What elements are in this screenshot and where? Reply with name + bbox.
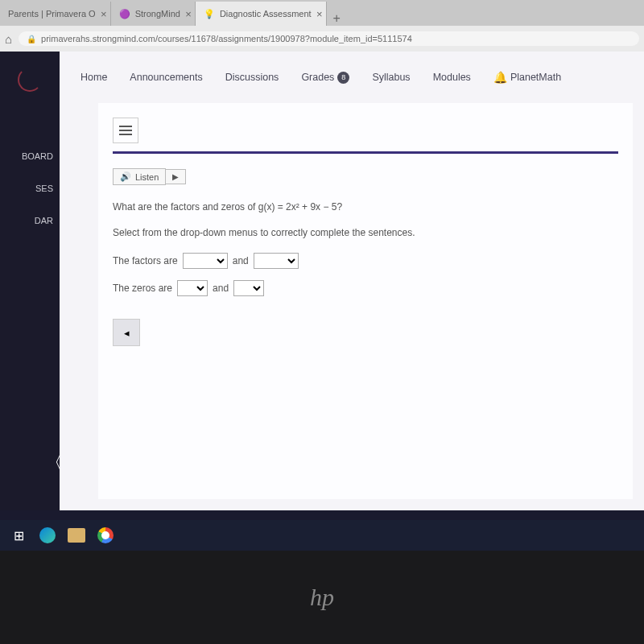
play-button[interactable]: ▶ [166,169,186,184]
browser-tabs-bar: Parents | Primavera O × 🟣 StrongMind × 💡… [0,0,644,26]
favicon-icon: 🟣 [119,8,130,19]
chevron-left-icon: ◂ [124,327,130,339]
zeros-dropdown-2[interactable] [233,280,264,296]
factors-dropdown-2[interactable] [254,253,299,269]
taskbar-search-icon[interactable]: ⊞ [8,525,29,546]
close-icon[interactable]: × [185,8,192,20]
listen-label: Listen [135,172,159,182]
new-tab-button[interactable]: + [327,11,347,26]
lock-icon: 🔒 [27,35,36,43]
laptop-bezel: hp [0,551,644,644]
assessment-card: 🔊 Listen ▶ What are the factors and zero… [98,103,633,499]
nav-grades[interactable]: Grades 8 [301,72,349,84]
grades-badge: 8 [337,72,349,84]
sidebar-item-ses[interactable]: SES [0,172,60,204]
close-icon[interactable]: × [316,8,323,20]
nav-syllabus[interactable]: Syllabus [372,72,410,83]
bell-icon: 🔔 [493,71,507,84]
app-logo[interactable] [0,52,60,108]
hp-logo: hp [310,584,334,611]
speaker-icon: 🔊 [120,171,131,182]
factors-dropdown-1[interactable] [183,253,228,269]
factors-label: The factors are [113,255,178,266]
left-sidebar: BOARD SES DAR [0,52,60,510]
menu-button[interactable] [113,118,138,143]
panel-collapse-icon[interactable]: 〈 [45,451,63,475]
question-text: What are the factors and zeros of g(x) =… [113,201,618,213]
browser-tab-diagnostic[interactable]: 💡 Diagnostic Assessment × [196,2,327,26]
url-input[interactable]: 🔒 primaverahs.strongmind.com/courses/116… [19,31,639,46]
taskbar-edge-icon[interactable] [37,525,58,546]
divider [113,151,618,154]
zeros-dropdown-1[interactable] [177,280,208,296]
nav-announcements[interactable]: Announcements [130,72,202,83]
nav-modules[interactable]: Modules [433,72,471,83]
nav-home[interactable]: Home [80,72,107,83]
instruction-text: Select from the drop-down menus to corre… [113,227,618,238]
zeros-label: The zeros are [113,283,172,294]
home-icon[interactable]: ⌂ [5,32,12,46]
nav-planetmath[interactable]: 🔔 PlanetMath [493,71,561,84]
taskbar-explorer-icon[interactable] [66,525,87,546]
and-text: and [213,283,229,294]
nav-grades-label: Grades [301,72,334,83]
tab-label: StrongMind [135,9,180,19]
taskbar-chrome-icon[interactable] [95,525,116,546]
nav-discussions[interactable]: Discussions [225,72,279,83]
listen-button[interactable]: 🔊 Listen [113,168,166,185]
windows-taskbar: ⊞ [0,520,644,551]
sidebar-item-board[interactable]: BOARD [0,140,60,172]
nav-planetmath-label: PlanetMath [510,72,561,83]
browser-tab-strongmind[interactable]: 🟣 StrongMind × [111,2,196,26]
sidebar-item-dar[interactable]: DAR [0,204,60,237]
url-text: primaverahs.strongmind.com/courses/11678… [41,34,412,43]
previous-button[interactable]: ◂ [113,319,140,346]
close-icon[interactable]: × [101,8,107,20]
favicon-icon: 💡 [204,8,215,19]
tab-label: Diagnostic Assessment [220,9,312,19]
tab-label: Parents | Primavera O [8,9,96,19]
course-nav: Home Announcements Discussions Grades 8 … [60,52,644,103]
browser-tab-parents[interactable]: Parents | Primavera O × [0,2,111,26]
and-text: and [233,255,249,266]
address-bar: ⌂ 🔒 primaverahs.strongmind.com/courses/1… [0,26,644,52]
